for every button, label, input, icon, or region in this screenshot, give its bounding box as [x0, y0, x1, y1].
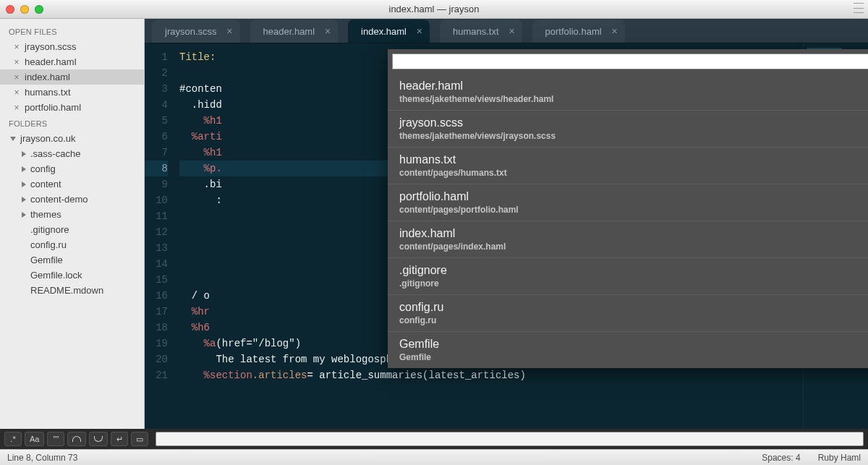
- open-file-item[interactable]: ×portfolio.haml: [0, 100, 144, 115]
- goto-item[interactable]: .gitignore.gitignore: [388, 257, 868, 294]
- case-sensitive-button[interactable]: Aa: [25, 432, 44, 446]
- highlight-button[interactable]: ▭: [131, 432, 148, 446]
- chevron-down-icon: [10, 137, 16, 141]
- line-number: 13: [145, 240, 168, 256]
- regex-button[interactable]: .*: [4, 432, 22, 446]
- goto-item[interactable]: jrayson.scssthemes/jaketheme/views/jrays…: [388, 110, 868, 147]
- goto-item-path: config.ru: [399, 315, 868, 325]
- status-syntax[interactable]: Ruby Haml: [818, 453, 861, 463]
- close-icon[interactable]: ×: [13, 103, 20, 113]
- next-match-button[interactable]: [89, 432, 108, 446]
- goto-item-path: content/pages/humans.txt: [399, 168, 868, 178]
- line-number: 11: [145, 208, 168, 224]
- goto-item[interactable]: portfolio.hamlcontent/pages/portfolio.ha…: [388, 184, 868, 221]
- file-label: Gemfile.lock: [30, 270, 82, 281]
- folder-label: content: [30, 179, 61, 189]
- goto-results: header.hamlthemes/jaketheme/views/header…: [388, 74, 868, 368]
- goto-item[interactable]: header.hamlthemes/jaketheme/views/header…: [388, 74, 868, 110]
- file-item[interactable]: Gemfile: [0, 252, 144, 268]
- open-file-label: portfolio.haml: [25, 102, 81, 113]
- close-icon[interactable]: ×: [13, 72, 20, 82]
- close-icon[interactable]: ×: [13, 88, 20, 98]
- line-number: 6: [145, 129, 168, 145]
- goto-item[interactable]: index.hamlcontent/pages/index.haml: [388, 221, 868, 257]
- chevron-right-icon: [22, 197, 26, 202]
- folder-item[interactable]: content: [0, 176, 144, 192]
- whole-word-button[interactable]: "": [47, 432, 64, 446]
- folder-item[interactable]: themes: [0, 207, 144, 222]
- file-label: config.ru: [30, 239, 67, 250]
- open-file-item[interactable]: ×humans.txt: [0, 85, 144, 100]
- close-icon[interactable]: ×: [611, 25, 617, 37]
- open-file-item[interactable]: ×jrayson.scss: [0, 39, 144, 54]
- close-icon[interactable]: ×: [226, 25, 232, 37]
- open-file-label: jrayson.scss: [25, 41, 77, 52]
- close-icon[interactable]: ×: [509, 25, 514, 37]
- window-zoom-icon[interactable]: [35, 5, 43, 14]
- prev-match-button[interactable]: [67, 432, 86, 446]
- line-number: 12: [145, 224, 168, 240]
- window-maximize-corner-icon[interactable]: [854, 3, 864, 13]
- status-position: Line 8, Column 73: [7, 453, 77, 463]
- tab[interactable]: index.haml×: [348, 20, 430, 43]
- file-label: .gitignore: [30, 224, 69, 235]
- goto-input[interactable]: [392, 54, 868, 69]
- line-number: 8: [145, 161, 168, 176]
- tab[interactable]: portfolio.haml×: [532, 20, 625, 43]
- close-icon[interactable]: ×: [417, 25, 422, 37]
- tab-label: header.haml: [263, 26, 315, 37]
- chevron-right-icon: [22, 166, 26, 172]
- find-bar: .*Aa""↵▭: [0, 429, 868, 449]
- sidebar: OPEN FILES ×jrayson.scss×header.haml×ind…: [0, 19, 145, 429]
- status-spaces[interactable]: Spaces: 4: [762, 453, 800, 463]
- folder-item[interactable]: .sass-cache: [0, 146, 144, 161]
- tab[interactable]: humans.txt×: [440, 20, 522, 43]
- line-number: 16: [145, 288, 168, 304]
- file-item[interactable]: .gitignore: [0, 222, 144, 237]
- folder-label: .sass-cache: [30, 148, 80, 159]
- file-label: README.mdown: [30, 285, 103, 296]
- line-number: 7: [145, 145, 168, 161]
- find-input[interactable]: [156, 432, 864, 446]
- folder-item[interactable]: content-demo: [0, 192, 144, 207]
- tab-label: portfolio.haml: [545, 26, 602, 37]
- close-icon[interactable]: ×: [325, 25, 331, 37]
- window-title: index.haml — jrayson: [0, 4, 868, 14]
- goto-item[interactable]: humans.txtcontent/pages/humans.txt: [388, 147, 868, 184]
- open-file-label: index.haml: [25, 72, 70, 82]
- in-selection-button[interactable]: ↵: [111, 432, 128, 446]
- file-item[interactable]: config.ru: [0, 237, 144, 252]
- tab-label: index.haml: [361, 26, 407, 37]
- tab[interactable]: jrayson.scss×: [152, 20, 240, 43]
- open-file-item[interactable]: ×index.haml: [0, 69, 144, 85]
- goto-item-name: jrayson.scss: [399, 116, 868, 129]
- titlebar: index.haml — jrayson: [0, 0, 868, 19]
- line-number: 20: [145, 351, 168, 367]
- file-item[interactable]: README.mdown: [0, 283, 144, 298]
- goto-item-name: index.haml: [399, 227, 868, 240]
- goto-item[interactable]: GemfileGemfile: [388, 331, 868, 368]
- line-number: 19: [145, 336, 168, 351]
- goto-item-path: themes/jaketheme/views/jrayson.scss: [399, 131, 868, 141]
- line-number: 5: [145, 113, 168, 129]
- goto-item-name: humans.txt: [399, 153, 868, 166]
- tab[interactable]: header.haml×: [250, 20, 339, 43]
- code-line[interactable]: %section.articles= article_summaries(lat…: [179, 367, 803, 383]
- goto-item-name: Gemfile: [399, 338, 868, 351]
- window-minimize-icon[interactable]: [20, 5, 29, 14]
- close-icon[interactable]: ×: [13, 42, 20, 52]
- open-file-item[interactable]: ×header.haml: [0, 54, 144, 69]
- window-close-icon[interactable]: [6, 5, 14, 14]
- folder-item[interactable]: config: [0, 161, 144, 176]
- line-number: 4: [145, 97, 168, 113]
- goto-item-name: config.ru: [399, 301, 868, 314]
- project-root[interactable]: jrayson.co.uk: [0, 131, 144, 146]
- open-files-heading: OPEN FILES: [0, 23, 144, 39]
- folders-heading: FOLDERS: [0, 115, 144, 131]
- line-number: 17: [145, 304, 168, 320]
- editor: jrayson.scss×header.haml×index.haml×huma…: [145, 19, 868, 429]
- tab-label: humans.txt: [453, 26, 499, 37]
- file-item[interactable]: Gemfile.lock: [0, 268, 144, 283]
- close-icon[interactable]: ×: [13, 57, 20, 67]
- goto-item[interactable]: config.ruconfig.ru: [388, 294, 868, 331]
